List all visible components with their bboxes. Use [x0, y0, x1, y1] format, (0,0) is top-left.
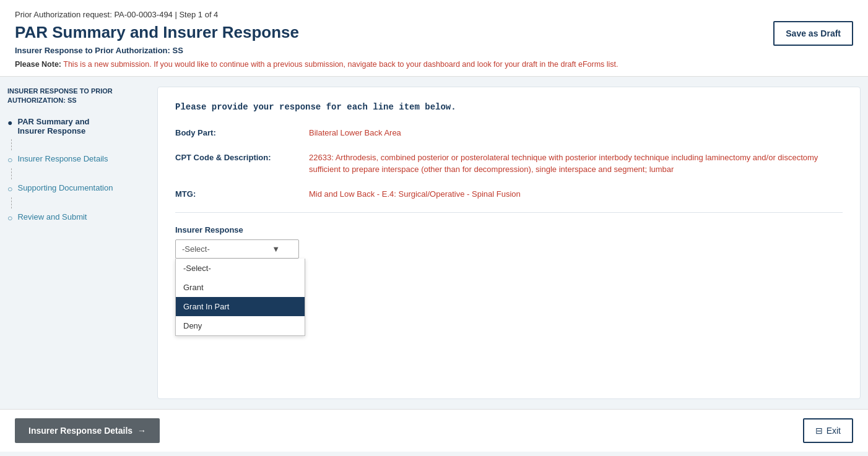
cpt-code-label: CPT Code & Description: [175, 152, 299, 162]
dropdown-chevron-icon: ▼ [272, 244, 280, 254]
insurer-response-dropdown-trigger[interactable]: -Select- ▼ [175, 239, 299, 259]
insurer-response-dropdown-container: -Select- ▼ -Select- Grant Grant In Part … [175, 239, 299, 259]
sidebar-item-insurer-response-details[interactable]: ○ Insurer Response Details [7, 150, 150, 168]
circle-icon-2: ○ [7, 184, 12, 194]
mtg-row: MTG: Mid and Low Back - E.4: Surgical/Op… [175, 188, 843, 200]
connector-2 [11, 168, 150, 179]
dropdown-selected-value: -Select- [182, 244, 210, 254]
top-header: Prior Authorization request: PA-00-0003-… [0, 0, 868, 77]
sidebar-item-review-and-submit-label: Review and Submit [17, 212, 87, 222]
sidebar-item-par-summary[interactable]: ● PAR Summary andInsurer Response [7, 113, 150, 139]
save-draft-button[interactable]: Save as Draft [773, 21, 853, 46]
connector-3 [11, 197, 150, 209]
subtitle: Insurer Response to Prior Authorization:… [15, 46, 853, 55]
next-button[interactable]: Insurer Response Details → [15, 418, 160, 443]
next-arrow-icon: → [137, 426, 146, 436]
exit-label: Exit [827, 426, 841, 436]
body-part-row: Body Part: Bilateral Lower Back Area [175, 127, 843, 139]
next-button-label: Insurer Response Details [28, 426, 132, 436]
body-part-value: Bilateral Lower Back Area [309, 127, 843, 139]
sidebar-item-insurer-response-details-label: Insurer Response Details [17, 154, 108, 163]
instructions: Please provide your response for each li… [175, 102, 843, 112]
insurer-response-dropdown-menu: -Select- Grant Grant In Part Deny [175, 259, 305, 336]
body-part-label: Body Part: [175, 127, 299, 137]
note-prefix: Please Note: [15, 60, 61, 69]
circle-icon-3: ○ [7, 213, 12, 223]
cpt-code-row: CPT Code & Description: 22633: Arthrodes… [175, 152, 843, 176]
note-text: This is a new submission. If you would l… [63, 60, 618, 69]
circle-icon-1: ○ [7, 155, 12, 165]
main-layout: INSURER RESPONSE TO PRIOR AUTHORIZATION:… [0, 77, 868, 409]
insurer-response-section: Insurer Response -Select- ▼ -Select- Gra… [175, 225, 843, 259]
connector-1 [11, 139, 150, 150]
insurer-response-label: Insurer Response [175, 225, 843, 234]
section-divider [175, 212, 843, 213]
sidebar: INSURER RESPONSE TO PRIOR AUTHORIZATION:… [7, 87, 150, 399]
main-content: Please provide your response for each li… [157, 87, 861, 399]
sidebar-item-review-and-submit[interactable]: ○ Review and Submit [7, 209, 150, 226]
page-title: PAR Summary and Insurer Response [15, 23, 853, 42]
exit-button[interactable]: ⊟ Exit [803, 418, 853, 443]
note: Please Note: This is a new submission. I… [15, 60, 853, 69]
sidebar-item-par-summary-label: PAR Summary andInsurer Response [17, 117, 89, 136]
dropdown-option-deny[interactable]: Deny [176, 316, 305, 335]
sidebar-header: INSURER RESPONSE TO PRIOR AUTHORIZATION:… [7, 87, 150, 106]
dropdown-option-select[interactable]: -Select- [176, 259, 305, 278]
active-circle-icon: ● [7, 118, 12, 127]
sidebar-item-supporting-documentation[interactable]: ○ Supporting Documentation [7, 179, 150, 197]
dropdown-option-grant-in-part[interactable]: Grant In Part [176, 297, 305, 316]
mtg-value: Mid and Low Back - E.4: Surgical/Operati… [309, 188, 843, 200]
bottom-bar: Insurer Response Details → ⊟ Exit [0, 409, 868, 452]
breadcrumb: Prior Authorization request: PA-00-0003-… [15, 10, 853, 19]
cpt-code-value: 22633: Arthrodesis, combined posterior o… [309, 152, 843, 176]
sidebar-item-supporting-documentation-label: Supporting Documentation [17, 183, 113, 192]
exit-icon: ⊟ [815, 426, 823, 436]
dropdown-option-grant[interactable]: Grant [176, 278, 305, 297]
mtg-label: MTG: [175, 188, 299, 199]
